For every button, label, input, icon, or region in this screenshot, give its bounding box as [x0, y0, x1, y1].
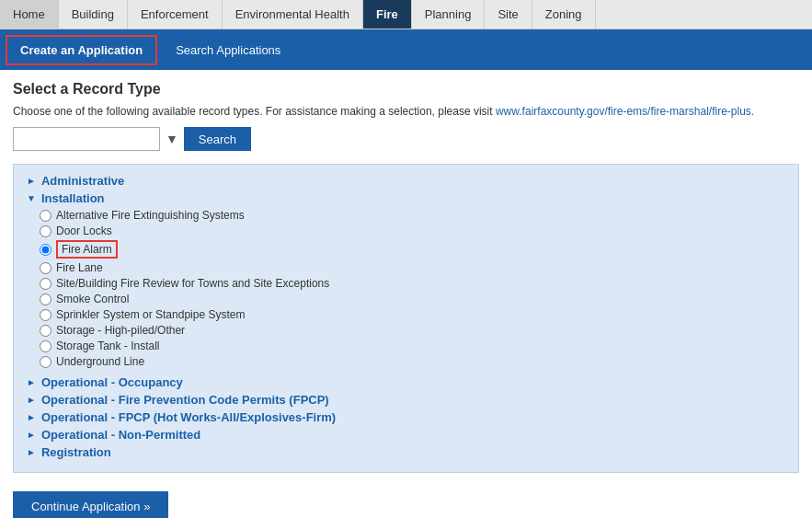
list-item-fire-alarm: Fire Alarm: [40, 240, 785, 259]
operational-fpcp-arrow: ►: [27, 395, 36, 405]
main-content: Select a Record Type Choose one of the f…: [0, 70, 812, 518]
radio-site-building[interactable]: [40, 278, 51, 290]
instructions-text: Choose one of the following available re…: [13, 105, 496, 118]
top-nav: Home Building Enforcement Environmental …: [0, 0, 812, 29]
installation-arrow: ▼: [27, 193, 36, 203]
list-item: Alternative Fire Extinguishing Systems: [40, 209, 785, 222]
instructions-link[interactable]: www.fairfaxcounty.gov/fire-ems/fire-mars…: [496, 105, 754, 118]
instructions: Choose one of the following available re…: [13, 105, 799, 118]
create-application-button[interactable]: Create an Application: [6, 35, 157, 65]
operational-hotworks-arrow: ►: [27, 412, 36, 422]
list-item: Fire Lane: [40, 261, 785, 274]
radio-smoke-control[interactable]: [40, 294, 51, 305]
operational-nonpermitted-arrow: ►: [27, 430, 36, 440]
nav-tab-zoning[interactable]: Zoning: [532, 0, 596, 29]
filter-icon[interactable]: ▼: [166, 132, 178, 146]
administrative-label: Administrative: [41, 174, 124, 188]
search-input[interactable]: [13, 127, 160, 151]
continue-application-button[interactable]: Continue Application »: [13, 491, 168, 518]
fire-alarm-label: Fire Alarm: [56, 240, 118, 259]
section-operational-fpcp[interactable]: ► Operational - Fire Prevention Code Per…: [27, 393, 785, 407]
item-label: Site/Building Fire Review for Towns and …: [56, 277, 329, 290]
item-label: Smoke Control: [56, 293, 129, 305]
list-item: Sprinkler System or Standpipe System: [40, 308, 785, 321]
list-item: Underground Line: [40, 355, 785, 368]
nav-tab-enforcement[interactable]: Enforcement: [128, 0, 223, 29]
radio-alternative-fire[interactable]: [40, 210, 51, 222]
radio-fire-lane[interactable]: [40, 262, 51, 274]
radio-underground-line[interactable]: [40, 356, 51, 368]
sub-nav: Create an Application Search Application…: [0, 29, 812, 70]
section-operational-occupancy[interactable]: ► Operational - Occupancy: [27, 375, 785, 389]
installation-label: Installation: [41, 191, 105, 205]
nav-tab-home[interactable]: Home: [0, 0, 59, 29]
section-operational-hotworks[interactable]: ► Operational - FPCP (Hot Works-All/Expl…: [27, 410, 785, 424]
administrative-arrow: ►: [27, 176, 36, 186]
radio-fire-alarm[interactable]: [40, 244, 51, 256]
registration-label: Registration: [41, 445, 111, 459]
section-installation[interactable]: ▼ Installation: [27, 191, 785, 205]
operational-fpcp-label: Operational - Fire Prevention Code Permi…: [41, 393, 329, 407]
section-operational-nonpermitted[interactable]: ► Operational - Non-Permitted: [27, 428, 785, 442]
list-item: Door Locks: [40, 224, 785, 237]
item-label: Fire Lane: [56, 261, 103, 274]
nav-tab-planning[interactable]: Planning: [412, 0, 486, 29]
nav-tab-site[interactable]: Site: [485, 0, 532, 29]
radio-door-locks[interactable]: [40, 225, 51, 237]
page-title: Select a Record Type: [13, 81, 799, 98]
operational-occupancy-arrow: ►: [27, 377, 36, 387]
radio-sprinkler[interactable]: [40, 309, 51, 321]
search-button[interactable]: Search: [184, 127, 251, 151]
record-list: ► Administrative ▼ Installation Alternat…: [13, 164, 799, 473]
item-label: Storage Tank - Install: [56, 340, 160, 352]
operational-nonpermitted-label: Operational - Non-Permitted: [41, 428, 200, 442]
installation-items: Alternative Fire Extinguishing Systems D…: [40, 209, 785, 368]
item-label: Door Locks: [56, 224, 112, 237]
list-item: Smoke Control: [40, 293, 785, 305]
item-label: Alternative Fire Extinguishing Systems: [56, 209, 245, 222]
section-administrative[interactable]: ► Administrative: [27, 174, 785, 188]
nav-tab-fire[interactable]: Fire: [363, 0, 412, 29]
list-item: Site/Building Fire Review for Towns and …: [40, 277, 785, 290]
section-registration[interactable]: ► Registration: [27, 445, 785, 459]
nav-tab-building[interactable]: Building: [59, 0, 128, 29]
item-label: Sprinkler System or Standpipe System: [56, 308, 245, 321]
operational-occupancy-label: Operational - Occupancy: [41, 375, 183, 389]
registration-arrow: ►: [27, 447, 36, 457]
item-label: Underground Line: [56, 355, 144, 368]
search-applications-link[interactable]: Search Applications: [163, 37, 293, 63]
search-bar: ▼ Search: [13, 127, 799, 151]
item-label: Storage - High-piled/Other: [56, 324, 185, 337]
radio-storage-tank[interactable]: [40, 340, 51, 352]
list-item: Storage Tank - Install: [40, 340, 785, 352]
list-item: Storage - High-piled/Other: [40, 324, 785, 337]
nav-tab-environmental-health[interactable]: Environmental Health: [223, 0, 363, 29]
radio-storage-highpiled[interactable]: [40, 325, 51, 337]
operational-hotworks-label: Operational - FPCP (Hot Works-All/Explos…: [41, 410, 336, 424]
